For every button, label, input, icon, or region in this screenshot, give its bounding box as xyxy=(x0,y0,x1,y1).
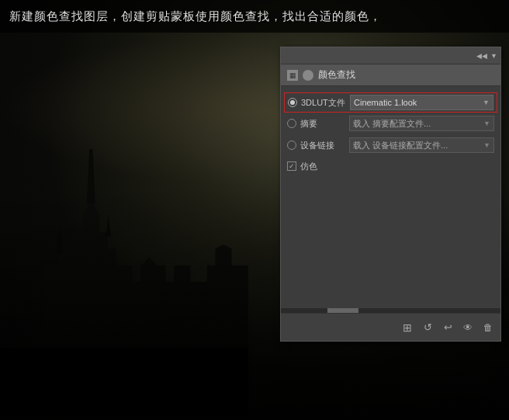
label-dither: 仿色 xyxy=(300,161,317,172)
dropdown-abstract-value: 载入 摘要配置文件... xyxy=(353,118,431,130)
dropdown-abstract[interactable]: 载入 摘要配置文件... ▼ xyxy=(349,116,494,131)
svg-rect-5 xyxy=(0,348,248,414)
top-bar: 新建颜色查找图层，创建剪贴蒙板使用颜色查找，找出合适的颜色， xyxy=(0,0,509,33)
top-bar-text: 新建颜色查找图层，创建剪贴蒙板使用颜色查找，找出合适的颜色， xyxy=(9,9,382,24)
grid-icon: ▦ xyxy=(287,70,298,81)
dropdown-3dlut-arrow: ▼ xyxy=(483,99,490,106)
footer-icon-undo2[interactable]: ↩ xyxy=(440,320,455,335)
footer-icon-undo1[interactable]: ↺ xyxy=(420,320,435,335)
panel-content: 3DLUT文件 Cinematic 1.look ▼ 摘要 载入 摘要配置文件.… xyxy=(281,86,500,182)
panel-header-icons: ◀◀ ▼ xyxy=(476,52,497,60)
dropdown-device[interactable]: 载入 设备链接配置文件... ▼ xyxy=(349,137,494,153)
footer-icon-layer[interactable]: ⊞ xyxy=(400,320,415,335)
svg-marker-3 xyxy=(57,228,64,253)
svg-marker-4 xyxy=(106,216,111,237)
row-dither: 仿色 xyxy=(281,156,500,176)
panel-menu-icon[interactable]: ▼ xyxy=(490,52,497,60)
svg-marker-2 xyxy=(87,149,95,203)
row-abstract: 摘要 载入 摘要配置文件... ▼ xyxy=(281,113,500,134)
footer-icon-visibility[interactable]: 👁 xyxy=(460,320,476,335)
checkbox-dither[interactable] xyxy=(287,161,296,171)
dropdown-3dlut-value: Cinematic 1.look xyxy=(354,98,417,107)
panel-spacer xyxy=(281,182,500,307)
row-3dlut: 3DLUT文件 Cinematic 1.look ▼ xyxy=(284,92,497,113)
radio-abstract[interactable] xyxy=(287,119,296,128)
dropdown-abstract-arrow: ▼ xyxy=(483,120,490,127)
dropdown-device-value: 载入 设备链接配置文件... xyxy=(353,140,448,151)
label-abstract: 摘要 xyxy=(300,118,317,130)
radio-3dlut-container: 3DLUT文件 xyxy=(288,97,350,109)
radio-3dlut[interactable] xyxy=(288,98,297,107)
footer-icon-delete[interactable]: 🗑 xyxy=(480,320,496,335)
label-device: 设备链接 xyxy=(300,140,334,151)
row-device: 设备链接 载入 设备链接配置文件... ▼ xyxy=(281,134,500,156)
checkbox-dither-container: 仿色 xyxy=(287,161,317,172)
panel-header: ◀◀ ▼ xyxy=(281,47,500,64)
panel-title-bar: ▦ 颜色查找 xyxy=(281,64,500,86)
dropdown-3dlut[interactable]: Cinematic 1.look ▼ xyxy=(350,95,493,110)
circle-icon xyxy=(303,70,313,81)
panel-footer: ⊞ ↺ ↩ 👁 🗑 xyxy=(281,313,500,341)
radio-device[interactable] xyxy=(287,141,296,150)
dropdown-device-arrow: ▼ xyxy=(483,141,490,149)
panel-title: 颜色查找 xyxy=(318,68,355,82)
panel-collapse-icon[interactable]: ◀◀ xyxy=(476,52,487,60)
label-3dlut: 3DLUT文件 xyxy=(301,97,345,109)
radio-abstract-container: 摘要 xyxy=(287,118,349,130)
castle-silhouette xyxy=(0,94,248,420)
properties-panel: ◀◀ ▼ ▦ 颜色查找 3DLUT文件 Cinematic 1.look ▼ xyxy=(280,47,501,342)
radio-device-container: 设备链接 xyxy=(287,140,349,151)
